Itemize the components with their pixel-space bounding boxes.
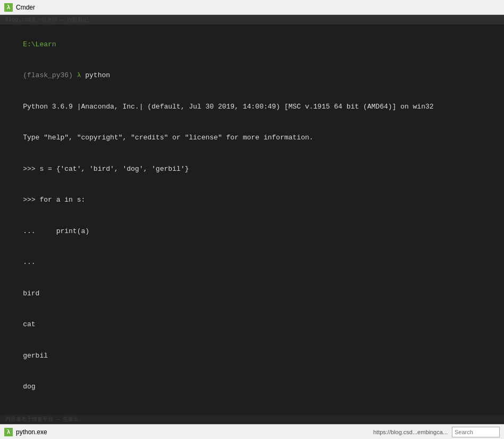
lambda-prompt: λ: [77, 71, 86, 79]
path-text: E:\Learn: [23, 40, 56, 48]
command-text: python: [85, 71, 110, 79]
status-url: https://blog.csd...embingca...: [373, 429, 448, 435]
bottom-watermark: 内容发布于博客平台 — 生发出...: [0, 415, 504, 424]
info-line1: Python 3.6.9 |Anaconda, Inc.| (default, …: [23, 103, 433, 111]
status-icon: λ: [4, 428, 13, 436]
terminal-line: dog: [6, 371, 498, 403]
output-dog: dog: [23, 383, 35, 391]
terminal-line: cat: [6, 309, 498, 341]
status-label: python.exe: [16, 428, 47, 436]
terminal-line: >>> for a in s:: [6, 185, 498, 216]
terminal-line: bird: [6, 278, 498, 309]
terminal-line: gerbil: [6, 340, 498, 371]
top-watermark-text: blog.csd第一行水印 — 内容标记: [5, 16, 88, 23]
code-line1: >>> s = {'cat', 'bird', 'dog', 'gerbil'}: [23, 165, 189, 173]
code-line4: ...: [23, 258, 35, 266]
search-input[interactable]: [452, 427, 500, 437]
terminal-line: ...: [6, 247, 498, 278]
status-bar-right: https://blog.csd...embingca...: [373, 427, 500, 437]
terminal-line: Python 3.6.9 |Anaconda, Inc.| (default, …: [6, 91, 498, 122]
output-bird: bird: [23, 289, 39, 297]
terminal-line: ... print(a): [6, 216, 498, 247]
top-watermark: blog.csd第一行水印 — 内容标记: [0, 15, 504, 24]
terminal-area[interactable]: E:\Learn (flask_py36) λ python Python 3.…: [0, 24, 504, 415]
terminal-line: E:\Learn: [6, 29, 498, 60]
app-icon: λ: [4, 3, 13, 12]
terminal-line: >>> 'cat' in s: [6, 402, 498, 415]
code-line3: ... print(a): [23, 227, 89, 235]
code-line5: >>> 'cat' in s: [23, 414, 81, 415]
terminal-line: >>> s = {'cat', 'bird', 'dog', 'gerbil'}: [6, 153, 498, 185]
output-cat: cat: [23, 320, 35, 328]
status-bar: λ python.exe https://blog.csd...embingca…: [0, 424, 504, 439]
terminal-line: Type "help", "copyright", "credits" or "…: [6, 122, 498, 154]
title-bar-text: Cmder: [16, 4, 35, 11]
code-line2: >>> for a in s:: [23, 196, 85, 204]
env-text: (flask_py36): [23, 71, 77, 79]
info-line2: Type "help", "copyright", "credits" or "…: [23, 134, 313, 142]
terminal-line: (flask_py36) λ python: [6, 60, 498, 92]
bottom-watermark-text: 内容发布于博客平台 — 生发出...: [5, 416, 88, 423]
title-bar: λ Cmder: [0, 0, 504, 15]
status-bar-left: λ python.exe: [4, 428, 47, 436]
output-gerbil: gerbil: [23, 352, 48, 360]
